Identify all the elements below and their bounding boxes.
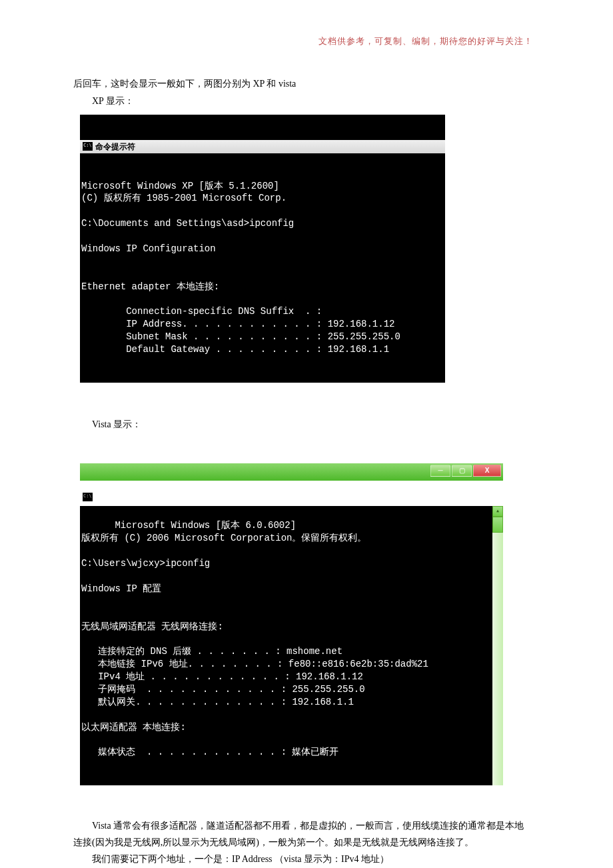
minimize-button[interactable]: ─ [430,465,450,477]
doc-header: 文档供参考，可复制、编制，期待您的好评与关注！ [73,33,533,49]
xp-terminal: 命令提示符 Microsoft Windows XP [版本 5.1.2600]… [80,115,445,383]
body-p1: Vista 通常会有很多适配器，隧道适配器都不用看，都是虚拟的，一般而言，使用线… [73,817,533,851]
body-p2: 我们需要记下两个地址，一个是：IP Address （vista 显示为：IPv… [73,851,533,867]
maximize-button[interactable]: ▢ [452,465,472,477]
xp-terminal-body: Microsoft Windows XP [版本 5.1.2600] (C) 版… [80,179,445,357]
cmd-icon [83,493,93,501]
xp-terminal-titlebar: 命令提示符 [80,140,445,153]
intro-line-2: XP 显示： [73,93,533,109]
vista-terminal: 命令提示符 ─ ▢ X Microsoft Windows [版本 6.0.60… [80,438,503,811]
scroll-up-button[interactable] [492,506,503,517]
cmd-icon [83,142,93,151]
vista-terminal-body: Microsoft Windows [版本 6.0.6002] 版权所有 (C)… [81,520,428,757]
window-buttons: ─ ▢ X [430,465,501,477]
xp-terminal-title: 命令提示符 [95,141,135,152]
vista-terminal-titlebar: 命令提示符 ─ ▢ X [80,463,503,481]
vista-terminal-title: 命令提示符 [95,491,135,502]
scrollbar[interactable] [492,506,503,786]
close-button[interactable]: X [473,465,501,477]
scroll-thumb[interactable] [492,517,503,533]
intro-line-1: 后回车，这时会显示一般如下，两图分别为 XP 和 vista [73,75,533,92]
vista-label: Vista 显示： [73,416,533,433]
